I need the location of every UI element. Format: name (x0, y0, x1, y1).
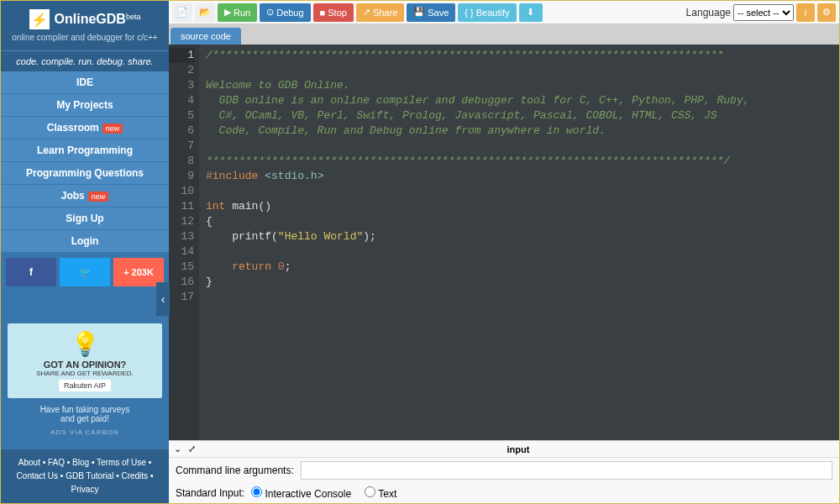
nav-questions[interactable]: Programming Questions (1, 162, 169, 185)
nav-learn[interactable]: Learn Programming (1, 139, 169, 162)
language-select[interactable]: -- select -- (733, 4, 794, 21)
download-button[interactable]: ⬇ (519, 3, 543, 22)
bulb-icon: 💡 (11, 330, 159, 358)
main-area: 📄 📂 ▶Run ⊙Debug ■Stop ↗Share 💾Save { }Be… (169, 1, 839, 503)
braces-icon: { } (465, 8, 473, 18)
tab-source-code[interactable]: source code (171, 28, 241, 45)
beautify-button[interactable]: { }Beautify (458, 3, 516, 22)
open-file-button[interactable]: 📂 (195, 3, 215, 22)
code-editor[interactable]: 1234567891011121314151617 /*************… (169, 45, 839, 440)
footer-terms[interactable]: Terms of Use (97, 458, 146, 467)
stdin-interactive-option[interactable]: Interactive Console (251, 486, 351, 500)
tab-bar: source code (169, 24, 839, 45)
info-button[interactable]: i (796, 3, 815, 22)
sidebar-collapse-icon[interactable]: ‹ (156, 282, 170, 316)
logo-title: OnlineGDB (55, 12, 126, 26)
facebook-button[interactable]: f (6, 258, 56, 286)
footer-contact[interactable]: Contact Us (17, 471, 58, 480)
share-icon: ↗ (363, 7, 370, 18)
toolbar: 📄 📂 ▶Run ⊙Debug ■Stop ↗Share 💾Save { }Be… (169, 1, 839, 24)
file-icon: 📄 (176, 7, 188, 18)
footer-privacy[interactable]: Privacy (71, 485, 99, 494)
social-row: f 🐦 + 203K (1, 253, 169, 291)
save-button[interactable]: 💾Save (407, 3, 455, 22)
logo-area: ⚡ OnlineGDBbeta online compiler and debu… (1, 1, 169, 50)
nav-login[interactable]: Login (1, 230, 169, 253)
badge-new: new (102, 123, 123, 134)
logo-subtitle: online compiler and debugger for c/c++ (8, 33, 162, 42)
stop-button[interactable]: ■Stop (313, 3, 354, 22)
footer-credits[interactable]: Credits (121, 471, 148, 480)
stdin-text-option[interactable]: Text (365, 486, 396, 500)
sidebar: ⚡ OnlineGDBbeta online compiler and debu… (1, 1, 169, 503)
ad-sub: SHARE AND GET REWARDED. (11, 370, 159, 377)
run-button[interactable]: ▶Run (218, 3, 257, 22)
play-icon: ▶ (224, 7, 231, 18)
footer-tutorial[interactable]: GDB Tutorial (66, 471, 113, 480)
twitter-button[interactable]: 🐦 (60, 258, 110, 286)
footer-blog[interactable]: Blog (72, 458, 89, 467)
plus-icon: + (123, 267, 129, 277)
footer-links: About • FAQ • Blog • Terms of Use • Cont… (1, 449, 169, 503)
nav-jobs[interactable]: Jobsnew (1, 185, 169, 207)
ad-via: ADS VIA CARBON (8, 428, 162, 436)
logo-beta: beta (126, 13, 141, 21)
ad-caption: Have fun taking surveysand get paid! (8, 405, 162, 423)
cmd-args-input[interactable] (301, 461, 832, 480)
footer-about[interactable]: About (18, 458, 40, 467)
nav-ide[interactable]: IDE (1, 71, 169, 94)
nav-classroom[interactable]: Classroomnew (1, 117, 169, 139)
debug-button[interactable]: ⊙Debug (260, 3, 310, 22)
debug-icon: ⊙ (266, 7, 274, 18)
ad-heading: GOT AN OPINION? (11, 360, 159, 370)
ad-area: 💡 GOT AN OPINION? SHARE AND GET REWARDED… (1, 317, 169, 449)
share-count: 203K (132, 267, 154, 277)
info-icon: i (805, 8, 806, 18)
stdin-label: Standard Input: (176, 487, 244, 499)
bottom-panel: ⌄ ⤢ input Command line arguments: Standa… (169, 440, 839, 503)
code-content[interactable]: /***************************************… (199, 45, 839, 440)
settings-button[interactable]: ⚙ (817, 3, 836, 22)
logo-icon: ⚡ (29, 9, 50, 29)
stop-icon: ■ (320, 8, 326, 18)
save-icon: 💾 (413, 7, 425, 18)
gear-icon: ⚙ (822, 7, 831, 18)
download-icon: ⬇ (527, 7, 534, 18)
collapse-panel-icon[interactable]: ⌄ (174, 444, 181, 454)
share-button[interactable]: ↗Share (356, 3, 404, 22)
badge-new: new (88, 192, 109, 202)
expand-panel-icon[interactable]: ⤢ (188, 444, 196, 454)
ad-box[interactable]: 💡 GOT AN OPINION? SHARE AND GET REWARDED… (8, 323, 162, 398)
nav-my-projects[interactable]: My Projects (1, 94, 169, 117)
folder-icon: 📂 (199, 7, 211, 18)
language-label: Language (686, 7, 731, 18)
footer-faq[interactable]: FAQ (48, 458, 65, 467)
new-file-button[interactable]: 📄 (172, 3, 192, 22)
nav-signup[interactable]: Sign Up (1, 207, 169, 230)
tagline: code. compile. run. debug. share. (1, 50, 169, 71)
cmd-args-label: Command line arguments: (176, 465, 294, 476)
panel-title: input (202, 444, 834, 454)
ad-brand: Rakuten AIP (59, 380, 111, 391)
line-gutter: 1234567891011121314151617 (169, 45, 199, 440)
